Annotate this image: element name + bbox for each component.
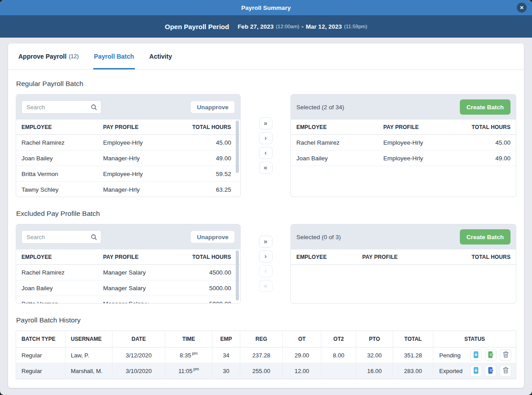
period-range: Feb 27, 2023 (12:00am) - Mar 12, 2023 (1… bbox=[238, 23, 367, 30]
employee-name: Rachel Ramirez bbox=[22, 139, 103, 146]
double-chevron-right-icon: » bbox=[264, 238, 268, 245]
table-row[interactable]: Rachel Ramirez Manager Salary 4500.00 bbox=[16, 265, 240, 280]
period-start-time: (12:00am) bbox=[276, 24, 299, 29]
column-ot2: OT2 bbox=[321, 331, 356, 348]
table-row[interactable]: Joan Bailey Manager-Hrly 49.00 bbox=[16, 150, 240, 166]
delete-button[interactable] bbox=[500, 365, 511, 377]
total-hours: 45.00 bbox=[188, 139, 231, 146]
excluded-available-toolbar: Unapprove bbox=[16, 224, 240, 249]
tab-approve-payroll[interactable]: Approve Payroll (12) bbox=[17, 43, 80, 69]
regular-selected-panel: Selected (2 of 34) Create Batch EMPLOYEE… bbox=[290, 94, 516, 197]
total-hours: 45.00 bbox=[467, 139, 510, 146]
table-row[interactable]: Joan Bailey Employee-Hrly 49.00 bbox=[291, 150, 516, 166]
column-pto: PTO bbox=[356, 331, 393, 348]
period-end-time: (11:59pm) bbox=[344, 24, 368, 29]
regular-transfer-controls: » › ‹ « bbox=[241, 94, 291, 197]
scrollbar-thumb[interactable] bbox=[236, 250, 239, 301]
tab-activity[interactable]: Activity bbox=[148, 43, 173, 69]
unapprove-button[interactable]: Unapprove bbox=[190, 101, 235, 113]
pay-profile: Employee-Hrly bbox=[383, 155, 467, 162]
column-employee: EMPLOYEE bbox=[22, 124, 103, 130]
status-badge: Pending bbox=[439, 352, 461, 359]
total-cell: 283.00 bbox=[393, 363, 433, 379]
pay-profile: Manager-Hrly bbox=[103, 186, 188, 193]
history-title: Payroll Batch History bbox=[16, 316, 516, 324]
search-input[interactable] bbox=[22, 230, 101, 244]
scrollbar-thumb[interactable] bbox=[236, 120, 239, 173]
pay-profile: Manager-Hrly bbox=[103, 155, 188, 162]
pay-profile: Manager Salaryy bbox=[103, 301, 188, 304]
pto-cell: 32.00 bbox=[356, 348, 393, 363]
export-button[interactable] bbox=[485, 365, 497, 377]
batch-type-cell: Regular bbox=[16, 363, 65, 379]
username-cell: Marshall, M. bbox=[65, 363, 112, 379]
table-header: EMPLOYEE PAY PROFILE TOTAL HOURS bbox=[291, 120, 516, 135]
chevron-right-icon: › bbox=[264, 134, 267, 142]
employee-name: Tawny Schley bbox=[22, 186, 103, 193]
selected-count-label: Selected (0 of 3) bbox=[296, 234, 341, 240]
delete-button[interactable] bbox=[500, 349, 511, 361]
pay-profile: Manager Salary bbox=[103, 285, 188, 292]
tab-payroll-batch[interactable]: Payroll Batch bbox=[93, 43, 135, 69]
move-all-left-button[interactable]: « bbox=[259, 162, 272, 174]
move-all-left-button[interactable]: « bbox=[259, 280, 272, 292]
search-input[interactable] bbox=[22, 100, 101, 114]
column-employee: EMPLOYEE bbox=[22, 254, 103, 260]
regular-selected-toolbar: Selected (2 of 34) Create Batch bbox=[291, 94, 516, 120]
search-wrap bbox=[22, 100, 101, 114]
date-cell: 3/12/2020 bbox=[112, 348, 165, 363]
download-button[interactable] bbox=[470, 365, 482, 377]
selected-count-label: Selected (2 of 34) bbox=[296, 104, 344, 111]
column-date: DATE bbox=[112, 331, 165, 348]
modal-content: Approve Payroll (12) Payroll Batch Activ… bbox=[0, 38, 532, 388]
excluded-pay-profile-batch-section: Excluded Pay Profile Batch Unapprove bbox=[8, 210, 524, 304]
move-left-button[interactable]: ‹ bbox=[259, 147, 272, 159]
download-document-icon bbox=[473, 351, 479, 360]
table-row[interactable]: Britta Vermon Employee-Hrly 59.52 bbox=[16, 166, 240, 182]
export-button[interactable] bbox=[485, 349, 497, 361]
column-pay-profile: PAY PROFILE bbox=[362, 254, 467, 260]
table-row[interactable]: Rachel Ramirez Employee-Hrly 45.00 bbox=[16, 135, 240, 150]
column-batch-type: BATCH TYPE bbox=[16, 331, 65, 348]
content-card: Approve Payroll (12) Payroll Batch Activ… bbox=[8, 43, 524, 388]
emp-cell: 30 bbox=[212, 363, 240, 379]
pay-profile: Employee-Hrly bbox=[383, 139, 467, 146]
move-right-button[interactable]: › bbox=[259, 250, 272, 262]
create-batch-button[interactable]: Create Batch bbox=[460, 99, 510, 115]
excluded-transfer-controls: » › ‹ « bbox=[241, 224, 291, 304]
export-document-icon bbox=[488, 351, 494, 360]
trash-icon bbox=[503, 351, 509, 359]
move-all-right-button[interactable]: » bbox=[259, 236, 272, 248]
table-row[interactable]: Tawny Schley Manager-Hrly 63.25 bbox=[16, 182, 240, 197]
search-wrap bbox=[22, 230, 101, 244]
time-cell: 11:05 pm bbox=[165, 363, 212, 379]
excluded-available-panel: Unapprove EMPLOYEE PAY PROFILE TOTAL HOU… bbox=[16, 224, 241, 304]
chevron-left-icon: ‹ bbox=[264, 267, 267, 275]
download-button[interactable] bbox=[470, 349, 482, 361]
column-username: USERNAME bbox=[65, 331, 112, 348]
table-row[interactable]: Britta Vermon Manager Salaryy 5900.00 bbox=[16, 296, 240, 304]
table-row[interactable]: Rachel Ramirez Employee-Hrly 45.00 bbox=[291, 135, 516, 150]
employee-name: Britta Vermon bbox=[22, 301, 103, 304]
double-chevron-left-icon: « bbox=[264, 282, 268, 289]
table-header: EMPLOYEE PAY PROFILE TOTAL HOURS bbox=[291, 249, 516, 265]
move-all-right-button[interactable]: » bbox=[259, 117, 272, 129]
export-document-icon bbox=[488, 367, 494, 375]
ot-cell: 12.00 bbox=[283, 363, 321, 379]
column-ot: OT bbox=[283, 331, 321, 348]
unapprove-button[interactable]: Unapprove bbox=[190, 231, 235, 243]
move-left-button[interactable]: ‹ bbox=[259, 265, 272, 277]
close-button[interactable]: ✕ bbox=[517, 3, 527, 13]
search-icon bbox=[91, 234, 97, 242]
regular-batch-title: Regular Payroll Batch bbox=[16, 80, 516, 88]
time-suffix: pm bbox=[192, 351, 198, 356]
column-emp: EMP bbox=[212, 331, 240, 348]
create-batch-button[interactable]: Create Batch bbox=[460, 229, 510, 245]
ot2-cell: 8.00 bbox=[321, 348, 356, 363]
table-row[interactable]: Joan Bailey Manager Salary 5000.00 bbox=[16, 280, 240, 296]
employee-name: Rachel Ramirez bbox=[22, 269, 103, 276]
column-employee: EMPLOYEE bbox=[296, 124, 383, 130]
column-total-hours: TOTAL HOURS bbox=[188, 124, 231, 130]
move-right-button[interactable]: › bbox=[259, 132, 272, 144]
total-cell: 351.28 bbox=[393, 348, 433, 363]
